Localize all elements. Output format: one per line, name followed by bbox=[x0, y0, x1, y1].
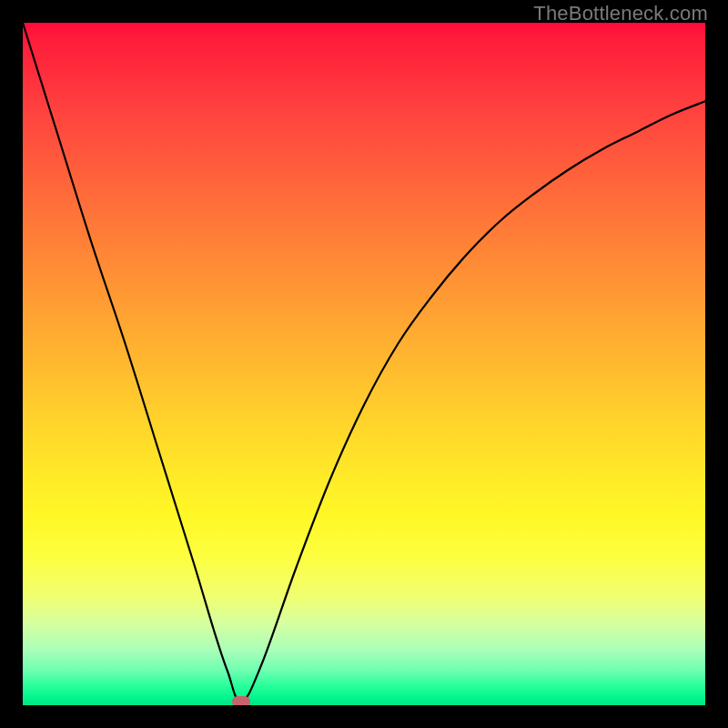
plot-area bbox=[23, 23, 705, 705]
watermark-label: TheBottleneck.com bbox=[533, 2, 708, 25]
optimal-point-marker bbox=[232, 696, 250, 705]
curve-layer bbox=[23, 23, 705, 705]
bottleneck-curve bbox=[23, 23, 705, 702]
chart-frame: TheBottleneck.com bbox=[0, 0, 728, 728]
